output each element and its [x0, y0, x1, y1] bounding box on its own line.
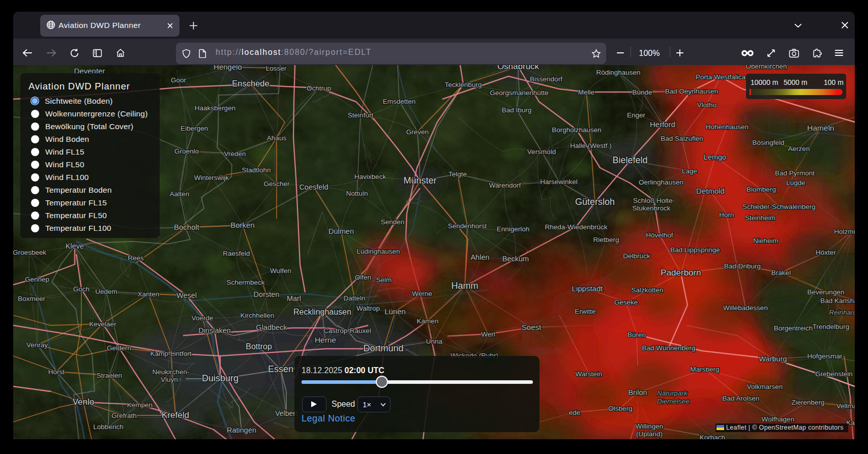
- svg-text:Duisburg: Duisburg: [202, 373, 238, 383]
- svg-text:Diemelsee: Diemelsee: [657, 398, 690, 405]
- svg-text:Steinheim: Steinheim: [745, 214, 775, 222]
- svg-text:Ennigerloh: Ennigerloh: [497, 225, 530, 233]
- svg-text:Delbrück: Delbrück: [623, 252, 650, 260]
- svg-text:Dorsten: Dorsten: [254, 290, 280, 298]
- svg-text:Georgsmarienhütte: Georgsmarienhütte: [490, 89, 549, 97]
- svg-text:Höxter: Höxter: [816, 249, 836, 256]
- svg-text:Borgholzhausen: Borgholzhausen: [552, 126, 602, 134]
- svg-text:Beverungen: Beverungen: [807, 288, 845, 296]
- svg-text:Winterswijk: Winterswijk: [194, 174, 229, 181]
- svg-text:Kamen: Kamen: [417, 317, 439, 325]
- svg-text:Bad Wünnenberg: Bad Wünnenberg: [642, 344, 695, 352]
- svg-text:Groenlo: Groenlo: [174, 147, 199, 155]
- svg-text:Bad Pyrmont: Bad Pyrmont: [775, 169, 815, 177]
- svg-text:Holzminden: Holzminden: [834, 228, 855, 235]
- svg-text:Stadtlohn: Stadtlohn: [242, 166, 271, 174]
- svg-text:Selm: Selm: [376, 276, 392, 284]
- svg-text:Venlo: Venlo: [73, 397, 95, 407]
- svg-text:Korbach: Korbach: [700, 434, 725, 439]
- svg-text:Borgentreich: Borgentreich: [774, 324, 813, 332]
- svg-text:Ratingen: Ratingen: [227, 426, 256, 434]
- svg-text:Ahaus: Ahaus: [267, 134, 287, 142]
- svg-text:Bad Driburg: Bad Driburg: [724, 262, 761, 270]
- svg-text:Münster: Münster: [403, 175, 436, 186]
- svg-text:Zierenberg: Zierenberg: [791, 399, 824, 406]
- svg-text:Steinfurt: Steinfurt: [348, 111, 374, 119]
- svg-text:Lemgo: Lemgo: [704, 153, 726, 161]
- svg-text:Hövelhof: Hövelhof: [646, 231, 673, 239]
- svg-text:Bad Salzuflen: Bad Salzuflen: [661, 135, 703, 142]
- svg-text:Olfen: Olfen: [355, 274, 371, 281]
- svg-text:Bocholt: Bocholt: [174, 223, 200, 231]
- svg-text:Sendenhorst: Sendenhorst: [448, 222, 487, 230]
- svg-text:Horn: Horn: [719, 211, 734, 219]
- svg-text:Kempen: Kempen: [127, 401, 153, 409]
- svg-text:Kevelaer: Kevelaer: [89, 320, 116, 328]
- svg-text:Goor: Goor: [171, 76, 187, 84]
- svg-text:Straelen: Straelen: [97, 372, 122, 379]
- svg-text:Büren: Büren: [627, 331, 646, 339]
- svg-text:Hameln: Hameln: [807, 124, 834, 132]
- svg-text:Dülmen: Dülmen: [328, 227, 354, 235]
- svg-text:Aalten: Aalten: [170, 190, 189, 198]
- svg-text:Trendelburg: Trendelburg: [813, 323, 849, 330]
- svg-text:Bünde: Bünde: [632, 88, 652, 96]
- svg-text:Goch: Goch: [73, 285, 89, 293]
- svg-text:Wulfen: Wulfen: [270, 267, 291, 275]
- svg-text:Herford: Herford: [650, 120, 675, 129]
- svg-text:Rheda-Wiedenbrück: Rheda-Wiedenbrück: [545, 223, 607, 231]
- svg-text:Naturpark: Naturpark: [657, 389, 688, 397]
- svg-text:Rödinghausen: Rödinghausen: [596, 69, 640, 76]
- svg-text:Enschede: Enschede: [232, 79, 269, 88]
- svg-text:Recklinghausen: Recklinghausen: [293, 308, 351, 316]
- svg-text:Lüdinghausen: Lüdinghausen: [357, 248, 400, 255]
- svg-text:Nieheim: Nieheim: [753, 237, 779, 245]
- svg-text:Blomberg: Blomberg: [746, 186, 776, 193]
- svg-text:Dortmund: Dortmund: [363, 343, 403, 353]
- svg-text:Lage: Lage: [682, 167, 697, 175]
- svg-text:Ochtrup: Ochtrup: [307, 84, 331, 92]
- svg-text:Volkmarsen: Volkmarsen: [747, 383, 783, 390]
- svg-text:Havixbeck: Havixbeck: [354, 173, 386, 180]
- svg-text:Borken: Borken: [230, 221, 255, 229]
- svg-text:Kamp-Lintfort: Kamp-Lintfort: [150, 350, 191, 357]
- svg-text:Unna: Unna: [426, 338, 443, 345]
- svg-text:Aerzen: Aerzen: [788, 145, 810, 153]
- svg-text:Greven: Greven: [406, 128, 429, 136]
- svg-text:Neukirchen-: Neukirchen-: [153, 368, 190, 376]
- svg-text:Soest: Soest: [522, 323, 542, 331]
- svg-text:Emsdetten: Emsdetten: [383, 98, 416, 105]
- svg-text:Lügde: Lügde: [786, 179, 805, 187]
- svg-text:Venray: Venray: [26, 341, 48, 349]
- svg-text:Porta Westfalica: Porta Westfalica: [696, 73, 746, 81]
- svg-text:Vreden: Vreden: [224, 150, 246, 158]
- svg-text:Bad Oeynhausen: Bad Oeynhausen: [665, 87, 718, 95]
- svg-text:Gescher: Gescher: [263, 180, 290, 188]
- svg-text:Gladbeck: Gladbeck: [256, 323, 287, 331]
- svg-text:Telgte: Telgte: [448, 170, 467, 178]
- svg-text:Herne: Herne: [315, 336, 336, 344]
- svg-text:Bösingfeld: Bösingfeld: [752, 139, 784, 146]
- svg-text:Schloß Holte-: Schloß Holte-: [633, 197, 675, 204]
- svg-text:Rees: Rees: [128, 254, 144, 262]
- svg-text:(Upland): (Upland): [636, 430, 663, 438]
- svg-text:Grebenstein: Grebenstein: [815, 370, 853, 378]
- svg-text:Waltrop: Waltrop: [356, 305, 380, 312]
- svg-text:Bad Karlsha: Bad Karlsha: [820, 297, 855, 305]
- svg-text:Hohenhausen: Hohenhausen: [706, 123, 749, 131]
- svg-text:Marsberg: Marsberg: [690, 366, 719, 373]
- svg-text:Paderborn: Paderborn: [661, 268, 701, 278]
- svg-text:Halle (Westf.): Halle (Westf.): [570, 142, 612, 149]
- svg-text:Boxmeer: Boxmeer: [18, 295, 46, 302]
- svg-text:Enger: Enger: [627, 111, 646, 119]
- svg-text:Brilon: Brilon: [628, 388, 647, 397]
- svg-text:Uedem: Uedem: [95, 288, 117, 295]
- svg-text:Dinslaken: Dinslaken: [198, 326, 231, 335]
- svg-text:Bissendorf: Bissendorf: [530, 75, 562, 83]
- svg-text:Hengelo: Hengelo: [214, 65, 242, 71]
- svg-text:Bottrop: Bottrop: [246, 342, 272, 351]
- svg-text:Xanten: Xanten: [138, 290, 160, 298]
- svg-text:Schermbeck: Schermbeck: [226, 279, 264, 286]
- svg-text:Obernkirchen: Obernkirchen: [745, 65, 787, 70]
- svg-text:Erwitte: Erwitte: [575, 308, 595, 315]
